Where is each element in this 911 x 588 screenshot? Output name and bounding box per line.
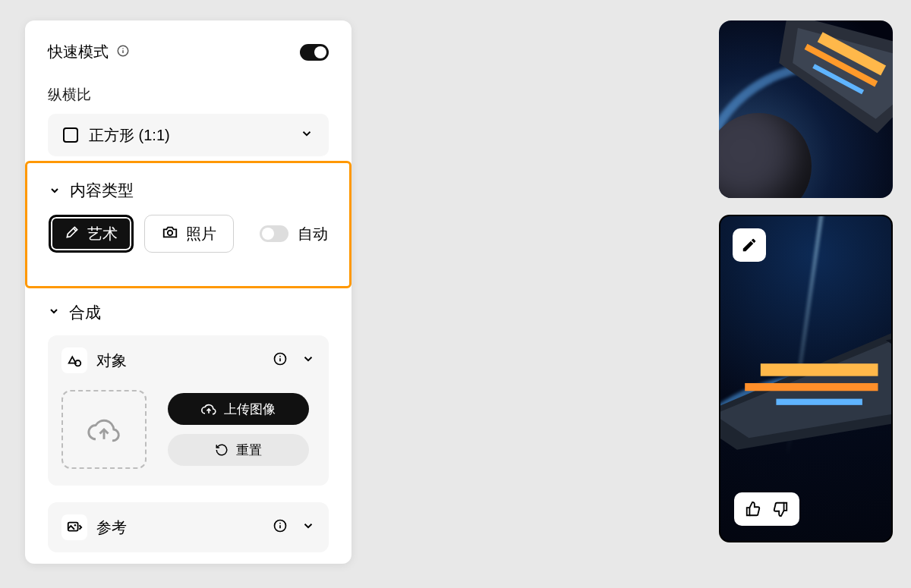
content-type-photo-button[interactable]: 照片 [144, 215, 234, 253]
svg-rect-22 [776, 399, 862, 405]
svg-point-1 [122, 48, 124, 49]
spaceship-decor [719, 309, 893, 450]
upload-label: 上传图像 [224, 401, 276, 418]
svg-point-6 [279, 356, 281, 357]
object-card: 对象 上传图像 重置 [48, 335, 329, 486]
info-icon[interactable] [273, 351, 288, 369]
quick-mode-row: 快速模式 [48, 42, 329, 62]
content-type-title: 内容类型 [70, 180, 134, 201]
upload-dropzone[interactable] [61, 390, 147, 469]
svg-point-11 [279, 523, 281, 524]
reset-label: 重置 [236, 442, 262, 459]
composition-section: 合成 对象 上传图像 [48, 302, 329, 552]
upload-image-button[interactable]: 上传图像 [168, 393, 309, 425]
object-buttons: 上传图像 重置 [168, 393, 309, 466]
object-body: 上传图像 重置 [61, 390, 315, 473]
svg-rect-20 [761, 364, 878, 377]
content-type-header[interactable]: 内容类型 [49, 180, 328, 201]
thumbs-down-button[interactable] [771, 499, 790, 519]
object-header: 对象 [61, 347, 315, 373]
svg-point-9 [74, 524, 77, 527]
object-title: 对象 [96, 351, 127, 371]
art-label: 艺术 [87, 224, 118, 244]
quick-mode-left: 快速模式 [48, 42, 130, 62]
reset-button[interactable]: 重置 [168, 434, 309, 466]
composition-title: 合成 [69, 302, 101, 323]
edit-image-button[interactable] [733, 228, 766, 262]
auto-wrap: 自动 [260, 224, 328, 244]
brush-icon [65, 225, 80, 244]
chevron-down-icon[interactable] [301, 352, 315, 369]
generated-image-2[interactable] [719, 215, 893, 542]
photo-label: 照片 [186, 224, 216, 244]
aspect-ratio-label: 纵横比 [48, 85, 329, 105]
aspect-ratio-value: 正方形 (1:1) [89, 125, 170, 146]
content-type-section: 内容类型 艺术 照片 自动 [25, 161, 351, 288]
square-icon [63, 127, 78, 143]
image-ref-icon [61, 514, 87, 540]
content-type-art-button[interactable]: 艺术 [49, 215, 134, 253]
chevron-down-icon [300, 127, 314, 143]
info-icon[interactable] [116, 44, 130, 61]
reference-header: 参考 [61, 514, 315, 540]
info-icon[interactable] [273, 518, 288, 536]
shapes-icon [61, 347, 87, 373]
content-type-buttons: 艺术 照片 自动 [49, 215, 328, 253]
chevron-down-icon[interactable] [301, 519, 315, 536]
camera-icon [162, 224, 178, 244]
reference-card: 参考 [48, 502, 329, 552]
generated-image-1[interactable] [719, 20, 893, 198]
chevron-down-icon [49, 184, 61, 197]
quick-mode-label: 快速模式 [48, 42, 109, 62]
svg-point-3 [168, 230, 172, 234]
aspect-ratio-selector[interactable]: 正方形 (1:1) [48, 114, 329, 156]
composition-header[interactable]: 合成 [48, 302, 329, 323]
chevron-down-icon [48, 305, 60, 320]
rate-image-chip [734, 492, 799, 526]
quick-mode-toggle[interactable] [300, 44, 329, 61]
reference-title: 参考 [96, 517, 127, 538]
auto-toggle[interactable] [260, 225, 288, 242]
svg-rect-21 [745, 383, 878, 391]
thumbs-up-button[interactable] [743, 499, 763, 519]
auto-label: 自动 [298, 224, 328, 244]
